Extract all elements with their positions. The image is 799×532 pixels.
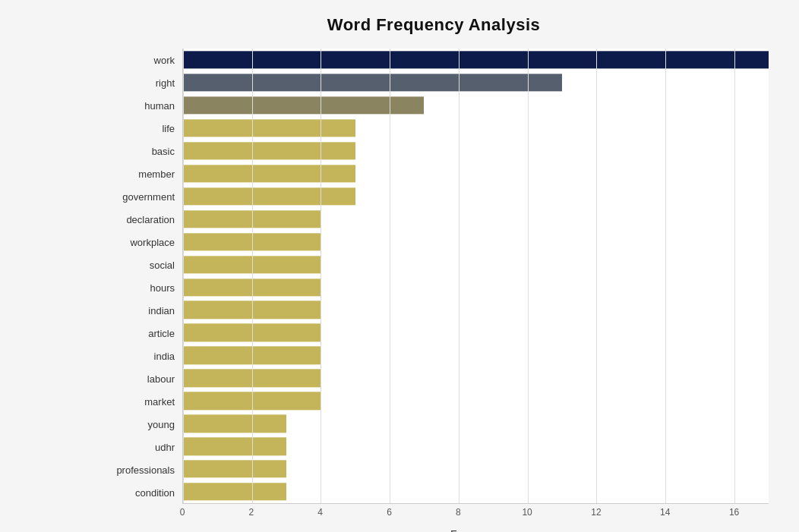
chart-title: Word Frequency Analysis (99, 15, 769, 35)
x-tick-4: 4 (317, 507, 323, 518)
bar-label-work: work (99, 49, 182, 71)
bar-row-right (183, 71, 769, 94)
bar-fill-work (183, 51, 769, 68)
bar-label-article: article (99, 322, 182, 345)
bar-row-udhr (183, 435, 769, 458)
bar-label-condition: condition (99, 481, 182, 504)
bar-row-life (183, 117, 769, 140)
bar-label-basic: basic (99, 140, 182, 162)
x-tick-14: 14 (660, 507, 670, 518)
grid-line-0 (183, 49, 184, 503)
bar-label-hours: hours (99, 276, 182, 299)
bar-row-indian (183, 298, 769, 321)
x-tick-16: 16 (729, 507, 739, 518)
grid-line-8 (459, 49, 460, 503)
bar-row-basic (183, 140, 769, 162)
bar-label-professionals: professionals (99, 458, 182, 481)
x-tick-6: 6 (387, 507, 392, 518)
x-tick-12: 12 (591, 507, 601, 518)
bar-label-udhr: udhr (99, 436, 182, 458)
bar-fill-professionals (183, 460, 286, 477)
bar-fill-condition (183, 483, 286, 500)
bar-row-member (183, 162, 769, 185)
bar-row-professionals (183, 458, 769, 480)
bar-label-market: market (99, 390, 182, 413)
bar-label-government: government (99, 185, 182, 208)
labels-column: workrighthumanlifebasicmembergovernmentd… (99, 49, 182, 504)
bar-fill-government (183, 187, 355, 205)
bar-fill-young (183, 415, 286, 433)
grid-line-10 (528, 49, 529, 503)
bar-row-labour (183, 367, 769, 389)
bar-row-india (183, 344, 769, 367)
bar-label-indian: indian (99, 299, 182, 322)
bar-fill-udhr (183, 437, 286, 455)
bar-row-human (183, 94, 769, 117)
bar-label-member: member (99, 162, 182, 185)
x-tick-2: 2 (248, 507, 254, 518)
bar-label-life: life (99, 117, 182, 140)
bar-fill-right (183, 74, 562, 91)
bar-label-young: young (99, 413, 182, 436)
bar-label-labour: labour (99, 367, 182, 390)
bar-row-work (183, 49, 769, 71)
bar-fill-member (183, 165, 355, 182)
grid-line-16 (734, 49, 735, 503)
x-tick-0: 0 (180, 507, 185, 518)
bar-row-condition (183, 480, 769, 503)
grid-line-12 (596, 49, 597, 503)
bar-label-social: social (99, 253, 182, 276)
chart-container: Word Frequency Analysis workrighthumanli… (0, 0, 799, 532)
bar-label-declaration: declaration (99, 208, 182, 231)
bar-row-social (183, 253, 769, 276)
x-tick-8: 8 (456, 507, 461, 518)
bar-fill-life (183, 119, 355, 137)
x-tick-10: 10 (522, 507, 532, 518)
bar-row-hours (183, 276, 769, 299)
bar-row-declaration (183, 208, 769, 231)
bar-label-india: india (99, 345, 182, 367)
bars-column (182, 49, 769, 504)
grid-line-4 (321, 49, 321, 503)
bar-row-article (183, 321, 769, 344)
grid-line-6 (390, 49, 390, 503)
bar-label-workplace: workplace (99, 231, 182, 253)
x-axis-label: Frequency (182, 528, 769, 532)
bar-label-human: human (99, 94, 182, 117)
bar-label-right: right (99, 71, 182, 94)
grid-line-14 (665, 49, 666, 503)
bar-fill-basic (183, 142, 355, 159)
bar-row-young (183, 412, 769, 435)
bar-row-market (183, 389, 769, 412)
bar-row-government (183, 185, 769, 208)
bar-row-workplace (183, 231, 769, 253)
grid-line-2 (252, 49, 253, 503)
bar-fill-human (183, 96, 424, 114)
